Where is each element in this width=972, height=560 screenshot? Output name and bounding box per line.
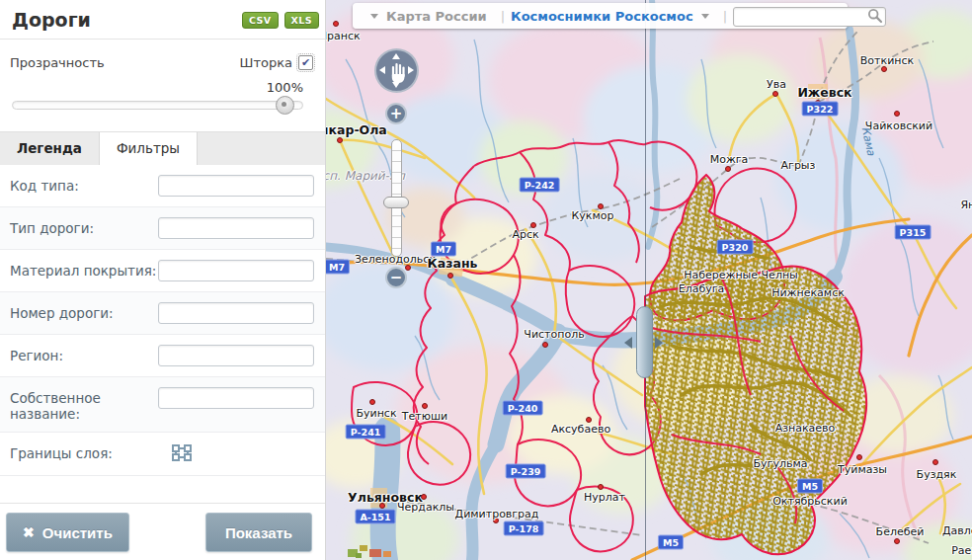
layer-map-of-russia[interactable]: Карта России <box>386 9 487 24</box>
polygon-bounds-icon[interactable] <box>172 444 192 465</box>
swipe-arrow-left-icon <box>624 337 632 349</box>
zoom-slider[interactable] <box>391 139 402 257</box>
region-input[interactable] <box>158 345 314 366</box>
filter-row-road-type: Тип дороги: <box>0 207 325 250</box>
filter-row-surface-material: Материал покрытия: <box>0 250 325 292</box>
filters-form: Код типа: Тип дороги: Материал покрытия:… <box>0 165 325 476</box>
separator: | <box>501 9 505 24</box>
chevron-down-icon[interactable] <box>370 14 378 19</box>
filter-row-type-code: Код типа: <box>0 165 325 207</box>
export-csv-button[interactable]: CSV <box>242 12 279 29</box>
zoom-in-button[interactable]: + <box>385 103 407 124</box>
type-code-input[interactable] <box>158 175 314 197</box>
filter-label: Код типа: <box>10 175 158 194</box>
pan-down-icon[interactable] <box>392 82 400 88</box>
panel-footer: ✖ Очистить Показать <box>0 503 325 560</box>
tab-legend[interactable]: Легенда <box>0 132 99 165</box>
clear-x-icon: ✖ <box>23 524 35 540</box>
filter-row-own-name: Собственное название: <box>0 377 325 433</box>
filter-row-road-number: Номер дороги: <box>0 292 325 335</box>
opacity-value: 100% <box>10 80 303 95</box>
clear-button[interactable]: ✖ Очистить <box>6 513 129 552</box>
filter-label: Собственное название: <box>10 387 158 422</box>
export-buttons: CSV XLS <box>242 12 319 29</box>
swipe-divider-line <box>645 0 646 560</box>
clear-label: Очистить <box>42 524 113 541</box>
pan-control[interactable] <box>374 48 419 93</box>
show-button[interactable]: Показать <box>205 513 312 552</box>
filter-label: Регион: <box>10 345 158 363</box>
map-toolbar: Карта России | Космоснимки Роскосмос | <box>353 3 848 29</box>
gis-app: Дороги CSV XLS Прозрачность Шторка ✔ 100… <box>0 0 972 560</box>
filter-row-region: Регион: <box>0 335 325 377</box>
filter-row-layer-bounds: Границы слоя: <box>0 433 325 476</box>
panel-tabs: Легенда Фильтры <box>0 131 325 165</box>
map-area: ЯранскЙошкар-ОлаЗеленодольскКазаньАрскКу… <box>326 0 972 560</box>
filter-label: Границы слоя: <box>10 442 158 461</box>
show-label: Показать <box>225 524 292 541</box>
curtain-checkbox[interactable]: ✔ <box>298 55 313 70</box>
surface-material-input[interactable] <box>158 260 314 281</box>
export-xls-button[interactable]: XLS <box>284 12 319 29</box>
pan-up-icon[interactable] <box>392 53 400 59</box>
opacity-slider-handle[interactable] <box>276 96 294 115</box>
roads-panel: Дороги CSV XLS Прозрачность Шторка ✔ 100… <box>0 0 326 560</box>
opacity-slider[interactable] <box>12 101 303 110</box>
map-search <box>733 6 886 26</box>
swipe-divider-handle[interactable] <box>636 306 653 378</box>
own-name-input[interactable] <box>158 387 314 409</box>
opacity-section: Прозрачность Шторка ✔ 100% <box>0 40 325 110</box>
map-search-input[interactable] <box>733 7 886 27</box>
map-canvas[interactable] <box>326 0 972 560</box>
curtain-label: Шторка <box>240 55 293 70</box>
search-icon[interactable] <box>867 8 883 24</box>
filter-label: Номер дороги: <box>10 302 158 321</box>
separator: | <box>723 9 727 24</box>
filter-label: Тип дороги: <box>10 217 158 236</box>
zoom-out-button[interactable]: − <box>385 267 407 288</box>
road-type-input[interactable] <box>158 217 314 239</box>
panel-title: Дороги <box>12 9 91 31</box>
opacity-label: Прозрачность <box>10 55 105 70</box>
filter-label: Материал покрытия: <box>10 260 158 279</box>
tab-filters[interactable]: Фильтры <box>99 132 198 165</box>
zoom-slider-handle[interactable] <box>383 197 409 208</box>
pan-left-icon[interactable] <box>379 66 385 74</box>
pan-right-icon[interactable] <box>408 66 414 74</box>
chevron-down-icon[interactable] <box>701 14 709 19</box>
panel-header: Дороги CSV XLS <box>0 0 325 40</box>
road-number-input[interactable] <box>158 302 314 324</box>
swipe-arrow-right-icon <box>655 337 663 349</box>
layer-roscosmos-imagery[interactable]: Космоснимки Роскосмос <box>511 9 693 24</box>
